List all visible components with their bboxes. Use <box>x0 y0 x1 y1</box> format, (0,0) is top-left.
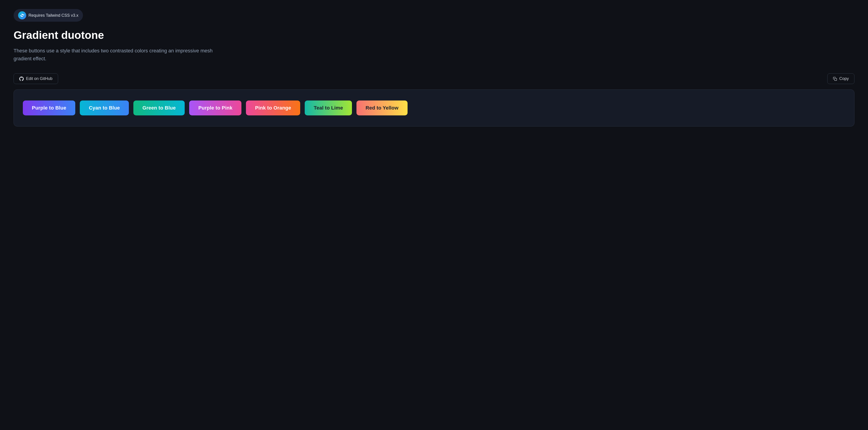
toolbar: Edit on GitHub Copy <box>13 73 855 84</box>
btn-green-blue[interactable]: Green to Blue <box>133 100 185 115</box>
page-title: Gradient duotone <box>13 29 855 41</box>
preview-box: Purple to BlueCyan to BlueGreen to BlueP… <box>13 90 855 127</box>
btn-pink-orange[interactable]: Pink to Orange <box>246 100 300 115</box>
edit-github-button[interactable]: Edit on GitHub <box>13 73 58 84</box>
page-description: These buttons use a style that includes … <box>13 47 217 63</box>
svg-rect-0 <box>835 78 837 80</box>
btn-purple-blue[interactable]: Purple to Blue <box>23 100 75 115</box>
copy-icon <box>833 77 837 81</box>
tailwind-icon <box>18 11 26 20</box>
buttons-grid: Purple to BlueCyan to BlueGreen to BlueP… <box>23 100 845 115</box>
tailwind-badge: Requires Tailwind CSS v3.x <box>13 9 83 22</box>
btn-teal-lime[interactable]: Teal to Lime <box>305 100 352 115</box>
btn-purple-pink[interactable]: Purple to Pink <box>189 100 241 115</box>
copy-label: Copy <box>839 76 849 81</box>
badge-text: Requires Tailwind CSS v3.x <box>29 13 79 18</box>
btn-red-yellow[interactable]: Red to Yellow <box>356 100 407 115</box>
copy-button[interactable]: Copy <box>827 73 855 84</box>
btn-cyan-blue[interactable]: Cyan to Blue <box>80 100 129 115</box>
github-icon <box>19 76 24 81</box>
edit-github-label: Edit on GitHub <box>26 76 53 81</box>
